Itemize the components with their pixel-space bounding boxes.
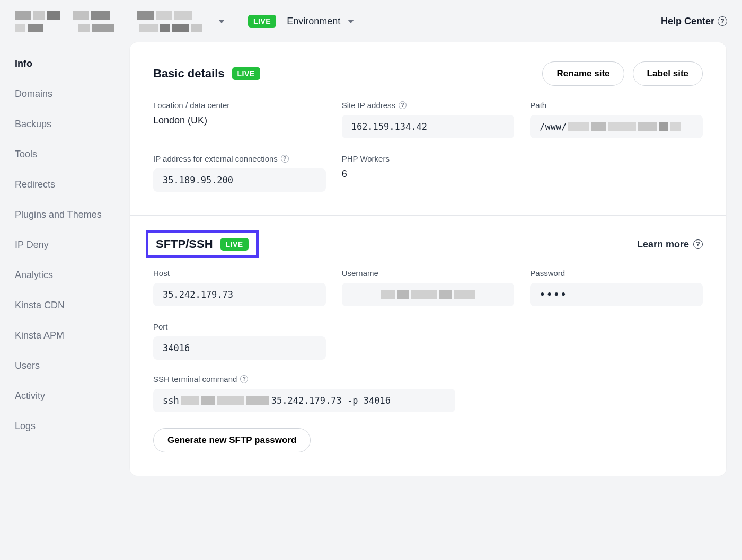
site-ip-value[interactable]: 162.159.134.42 [342,115,515,138]
sidebar-item-kinsta-apm[interactable]: Kinsta APM [15,330,130,341]
path-prefix: /www/ [540,121,567,132]
field-php-workers: PHP Workers 6 [342,154,515,192]
field-username: Username [342,269,515,306]
environment-switcher[interactable]: Environment [287,16,354,27]
sidebar-item-users[interactable]: Users [15,360,130,371]
port-label: Port [153,322,326,331]
svg-rect-14 [172,24,189,32]
sidebar-item-domains[interactable]: Domains [15,88,130,100]
chevron-down-icon [218,20,225,23]
sftp-live-badge: LIVE [220,238,249,251]
svg-rect-13 [160,24,170,32]
host-value[interactable]: 35.242.179.73 [153,283,326,306]
field-host: Host 35.242.179.73 [153,269,326,306]
field-ssh-command: SSH terminal command ? ssh 35.242.179.73… [153,375,703,412]
sidebar-item-activity[interactable]: Activity [15,390,130,402]
external-ip-label: IP address for external connections ? [153,154,326,163]
ssh-command-label: SSH terminal command ? [153,375,703,384]
svg-rect-11 [92,24,114,32]
environment-label: Environment [287,16,340,27]
redacted-username [381,290,475,299]
port-value[interactable]: 34016 [153,336,326,360]
basic-live-badge: LIVE [232,67,260,80]
location-value: London (UK) [153,115,326,126]
generate-sftp-password-button[interactable]: Generate new SFTP password [153,428,311,452]
field-external-ip: IP address for external connections ? 35… [153,154,326,192]
help-center-label: Help Center [661,16,714,27]
help-icon: ? [718,16,727,26]
sidebar-item-plugins-themes[interactable]: Plugins and Themes [15,209,130,220]
sidebar-item-backups[interactable]: Backups [15,119,130,130]
svg-rect-4 [91,11,110,20]
redacted-ssh-user [181,396,269,405]
field-port: Port 34016 [153,322,326,360]
ssh-cmd-suffix: 35.242.179.73 -p 34016 [271,395,391,406]
field-location: Location / data center London (UK) [153,101,326,138]
help-icon[interactable]: ? [281,155,289,163]
ssh-cmd-prefix: ssh [163,395,179,406]
learn-more-label: Learn more [637,239,689,250]
basic-details-section: Basic details LIVE Rename site Label sit… [130,42,726,215]
env-live-badge: LIVE [248,15,276,28]
svg-rect-10 [78,24,90,32]
site-ip-label: Site IP address ? [342,101,515,110]
sftp-title: SFTP/SSH [156,237,213,251]
external-ip-value[interactable]: 35.189.95.200 [153,168,326,192]
host-label: Host [153,269,326,278]
sidebar-item-kinsta-cdn[interactable]: Kinsta CDN [15,300,130,311]
sidebar-item-logs[interactable]: Logs [15,421,130,432]
sidebar-item-redirects[interactable]: Redirects [15,179,130,190]
label-site-button[interactable]: Label site [633,61,703,86]
password-label: Password [530,269,703,278]
username-value[interactable] [342,283,515,306]
svg-rect-6 [156,11,172,20]
sftp-ssh-section: SFTP/SSH LIVE Learn more ? Host 35.242.1… [130,215,726,476]
username-label: Username [342,269,515,278]
password-value[interactable]: •••• [530,283,703,306]
redacted-path [568,122,681,131]
field-site-ip: Site IP address ? 162.159.134.42 [342,101,515,138]
php-workers-value: 6 [342,168,515,180]
sidebar-item-analytics[interactable]: Analytics [15,270,130,281]
svg-rect-3 [73,11,89,20]
svg-rect-5 [137,11,154,20]
site-title[interactable] [15,8,237,34]
svg-rect-15 [191,24,202,32]
sidebar-item-tools[interactable]: Tools [15,149,130,160]
path-value[interactable]: /www/ [530,115,703,138]
sidebar-item-info[interactable]: Info [15,58,130,69]
svg-rect-12 [139,24,158,32]
learn-more-link[interactable]: Learn more ? [637,239,703,250]
field-password: Password •••• [530,269,703,306]
svg-rect-9 [28,24,43,32]
field-path: Path /www/ [530,101,703,138]
location-label: Location / data center [153,101,326,110]
path-label: Path [530,101,703,110]
svg-rect-0 [15,11,31,20]
php-workers-label: PHP Workers [342,154,515,163]
main-panel: Basic details LIVE Rename site Label sit… [130,42,726,476]
chevron-down-icon [348,20,354,23]
redacted-site-name [15,8,211,34]
svg-rect-8 [15,24,25,32]
basic-details-title: Basic details [153,67,225,81]
sftp-title-highlight: SFTP/SSH LIVE [146,230,259,258]
svg-rect-1 [33,11,45,20]
svg-rect-2 [47,11,60,20]
sidebar: Info Domains Backups Tools Redirects Plu… [0,42,130,476]
svg-rect-7 [174,11,192,20]
rename-site-button[interactable]: Rename site [542,61,624,86]
help-icon: ? [693,239,703,249]
help-center-link[interactable]: Help Center ? [661,16,727,27]
help-icon[interactable]: ? [240,375,248,383]
help-icon[interactable]: ? [399,101,407,109]
ssh-command-value[interactable]: ssh 35.242.179.73 -p 34016 [153,389,455,412]
sidebar-item-ip-deny[interactable]: IP Deny [15,239,130,251]
